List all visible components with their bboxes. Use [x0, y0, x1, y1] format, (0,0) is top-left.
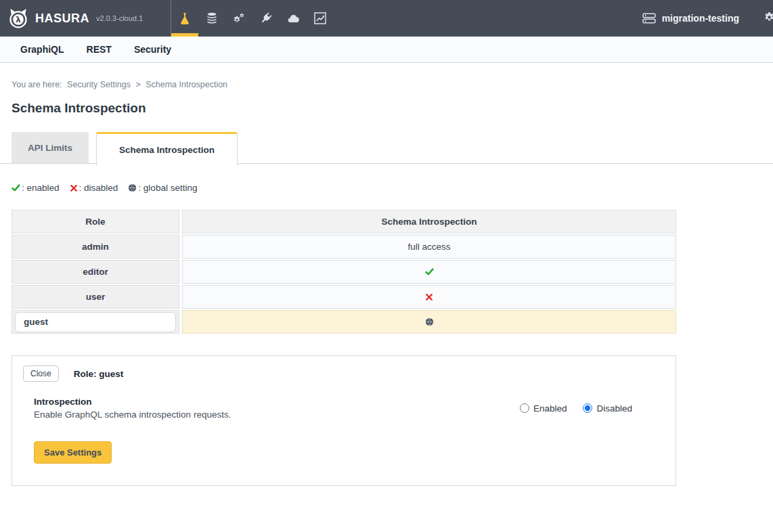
nav-data-tab[interactable]: [198, 0, 225, 37]
settings-tabs: API Limits Schema Introspection: [0, 132, 773, 164]
navbar-right: migration-testing: [642, 0, 773, 37]
enabled-radio-label: Enabled: [533, 403, 567, 414]
value-cell-editor[interactable]: [182, 260, 676, 284]
roles-table: Role Schema Introspection admin full acc…: [12, 210, 676, 334]
radio-option-enabled[interactable]: Enabled: [520, 403, 567, 414]
panel-header: Close Role: guest: [23, 365, 665, 382]
globe-icon: [425, 317, 434, 326]
subnav-item-rest[interactable]: REST: [87, 44, 112, 55]
breadcrumb-separator: >: [135, 80, 140, 89]
role-cell-admin: admin: [12, 235, 179, 259]
top-navbar: HASURA v2.0.3-cloud.1 migration-testing: [0, 0, 773, 37]
role-cell-new: [12, 310, 179, 334]
disabled-radio[interactable]: [583, 403, 592, 413]
cross-icon: [70, 184, 78, 192]
legend-enabled-label: : enabled: [22, 183, 60, 193]
legend-disabled-label: : disabled: [79, 183, 118, 193]
column-header-role: Role: [12, 210, 179, 234]
legend-enabled: : enabled: [12, 183, 60, 193]
status-legend: : enabled : disabled : global setting: [12, 183, 773, 193]
hasura-brand[interactable]: HASURA v2.0.3-cloud.1: [0, 0, 171, 37]
save-settings-button[interactable]: Save Settings: [34, 441, 112, 464]
breadcrumb-current: Schema Introspection: [146, 80, 227, 89]
legend-global-setting: : global setting: [128, 183, 197, 193]
role-cell-user: user: [12, 285, 179, 309]
cloud-icon: [287, 12, 299, 24]
legend-global-label: : global setting: [138, 183, 197, 193]
api-flask-icon: [179, 12, 191, 24]
page-title: Schema Introspection: [12, 101, 773, 116]
cross-icon: [425, 293, 433, 301]
api-subnav: GraphiQL REST Security: [0, 37, 773, 63]
actions-gears-icon: [233, 12, 245, 24]
setting-description: Enable GraphQL schema introspection requ…: [34, 409, 231, 420]
breadcrumb: You are here: Security Settings > Schema…: [12, 80, 773, 89]
role-editor-panel: Close Role: guest Introspection Enable G…: [12, 355, 676, 486]
close-button[interactable]: Close: [23, 365, 59, 382]
setting-text-block: Introspection Enable GraphQL schema intr…: [34, 397, 231, 420]
subnav-item-graphiql[interactable]: GraphiQL: [20, 44, 64, 55]
role-cell-editor: editor: [12, 260, 179, 284]
console-version: v2.0.3-cloud.1: [96, 14, 143, 22]
nav-actions-tab[interactable]: [225, 0, 252, 37]
subnav-item-security[interactable]: Security: [134, 44, 171, 55]
check-icon: [12, 183, 20, 192]
monitoring-chart-icon: [314, 12, 326, 24]
check-icon: [425, 267, 434, 276]
legend-disabled: : disabled: [70, 183, 118, 193]
value-cell-admin[interactable]: full access: [182, 235, 676, 259]
globe-icon: [128, 183, 137, 192]
nav-cloud-tab[interactable]: [280, 0, 307, 37]
setting-title: Introspection: [34, 397, 231, 407]
nav-events-tab[interactable]: [252, 0, 280, 37]
enabled-radio[interactable]: [520, 403, 529, 413]
events-plug-icon: [260, 12, 272, 24]
new-role-input[interactable]: [15, 312, 176, 332]
disabled-radio-label: Disabled: [596, 403, 632, 414]
tab-schema-introspection[interactable]: Schema Introspection: [96, 132, 238, 166]
tab-api-limits[interactable]: API Limits: [12, 132, 89, 163]
data-icon: [206, 12, 218, 24]
introspection-radio-group: Enabled Disabled: [520, 403, 632, 414]
main-content: You are here: Security Settings > Schema…: [0, 80, 773, 486]
nav-monitoring-tab[interactable]: [307, 0, 334, 37]
radio-option-disabled[interactable]: Disabled: [583, 403, 632, 414]
gear-icon: [764, 12, 773, 23]
breadcrumb-prefix: You are here:: [12, 80, 62, 89]
hasura-logo-icon: [7, 7, 30, 30]
settings-gear-button[interactable]: [764, 12, 773, 26]
introspection-setting-row: Introspection Enable GraphQL schema intr…: [23, 397, 665, 420]
value-cell-user[interactable]: [182, 285, 676, 309]
column-header-schema-introspection: Schema Introspection: [182, 210, 676, 234]
breadcrumb-security-settings[interactable]: Security Settings: [67, 80, 131, 89]
brand-name: HASURA: [35, 12, 89, 26]
main-nav-icons: [171, 0, 334, 37]
project-selector[interactable]: migration-testing: [642, 12, 739, 24]
role-heading: Role: guest: [74, 369, 124, 379]
server-icon: [642, 12, 656, 24]
project-name: migration-testing: [662, 13, 739, 24]
value-cell-guest-highlighted[interactable]: [182, 310, 676, 334]
nav-api-tab[interactable]: [171, 0, 198, 37]
